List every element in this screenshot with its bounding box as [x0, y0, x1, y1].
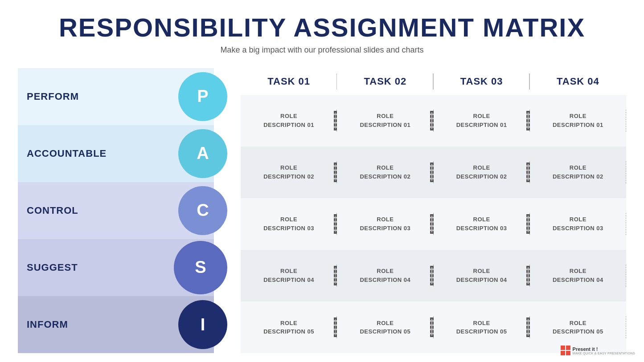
circle-wrapper-control: C — [178, 186, 227, 235]
col-header-task-1: TASK 01 — [241, 76, 337, 87]
cell-control-task4: ROLEDESCRIPTION 03 — [530, 212, 626, 236]
cell-inform-task3: ROLEDESCRIPTION 05 — [434, 315, 530, 340]
circle-wrapper-perform: P — [178, 72, 227, 121]
cell-control-task3: ROLEDESCRIPTION 03 — [434, 212, 530, 236]
page: RESPONSIBILITY ASSIGNMENT MATRIX Make a … — [0, 0, 644, 362]
col-header-task-2: TASK 02 — [337, 76, 433, 87]
cell-accountable-task4: ROLEDESCRIPTION 02 — [530, 160, 626, 184]
dashed-divider — [626, 161, 626, 183]
cell-suggest-task4: ROLEDESCRIPTION 04 — [530, 263, 626, 288]
logo-icon — [561, 346, 570, 355]
cell-inform-task1: ROLEDESCRIPTION 05 — [241, 315, 337, 340]
svg-rect-0 — [561, 346, 565, 350]
logo-text: Present it ! MAKE QUICK & EASY PRESENTAT… — [573, 346, 635, 355]
table-header: TASK 01TASK 02TASK 03TASK 04 — [241, 68, 626, 95]
row-item-suggest: SUGGESTS — [18, 239, 214, 296]
circle-inform: I — [178, 300, 227, 349]
circle-wrapper-accountable: A — [178, 129, 227, 178]
row-label-suggest: SUGGEST — [18, 262, 120, 273]
row-label-inform: INFORM — [18, 319, 120, 330]
row-item-accountable: ACCOUNTABLEA — [18, 125, 214, 182]
circle-suggest: S — [174, 241, 227, 294]
cell-inform-task4: ROLEDESCRIPTION 05 — [530, 315, 626, 340]
row-label-perform: PERFORM — [18, 91, 120, 102]
row-label-control: CONTROL — [18, 205, 120, 216]
cell-suggest-task1: ROLEDESCRIPTION 04 — [241, 263, 337, 288]
table-row-control: ROLEDESCRIPTION 03ROLEDESCRIPTION 03ROLE… — [241, 198, 626, 250]
svg-rect-3 — [566, 351, 570, 355]
cell-suggest-task3: ROLEDESCRIPTION 04 — [434, 263, 530, 288]
cell-inform-task2: ROLEDESCRIPTION 05 — [337, 315, 433, 340]
row-item-inform: INFORMI — [18, 296, 214, 353]
svg-rect-2 — [561, 351, 565, 355]
table-row-perform: ROLEDESCRIPTION 01ROLEDESCRIPTION 01ROLE… — [241, 95, 626, 146]
circle-perform: P — [178, 72, 227, 121]
row-label-accountable: ACCOUNTABLE — [18, 148, 120, 159]
logo-area: Present it ! MAKE QUICK & EASY PRESENTAT… — [561, 346, 635, 355]
circle-wrapper-suggest: S — [174, 241, 227, 294]
subtitle: Make a big impact with our professional … — [59, 45, 585, 55]
circle-wrapper-inform: I — [178, 300, 227, 349]
col-header-task-3: TASK 03 — [434, 76, 530, 87]
dashed-divider — [626, 110, 626, 132]
title-section: RESPONSIBILITY ASSIGNMENT MATRIX Make a … — [59, 13, 585, 55]
dashed-divider — [626, 213, 626, 235]
matrix-container: PERFORMPACCOUNTABLEACONTROLCSUGGESTSINFO… — [18, 68, 626, 353]
right-panel: TASK 01TASK 02TASK 03TASK 04 ROLEDESCRIP… — [241, 68, 626, 353]
dashed-divider — [626, 264, 626, 287]
cell-accountable-task1: ROLEDESCRIPTION 02 — [241, 160, 337, 184]
table-row-suggest: ROLEDESCRIPTION 04ROLEDESCRIPTION 04ROLE… — [241, 250, 626, 301]
cell-control-task2: ROLEDESCRIPTION 03 — [337, 212, 433, 236]
cell-perform-task3: ROLEDESCRIPTION 01 — [434, 108, 530, 133]
cell-suggest-task2: ROLEDESCRIPTION 04 — [337, 263, 433, 288]
main-title: RESPONSIBILITY ASSIGNMENT MATRIX — [59, 13, 585, 42]
circle-accountable: A — [178, 129, 227, 178]
circle-control: C — [178, 186, 227, 235]
cell-perform-task2: ROLEDESCRIPTION 01 — [337, 108, 433, 133]
cell-perform-task4: ROLEDESCRIPTION 01 — [530, 108, 626, 133]
left-panel: PERFORMPACCOUNTABLEACONTROLCSUGGESTSINFO… — [18, 68, 214, 353]
col-header-task-4: TASK 04 — [530, 76, 626, 87]
dashed-divider — [626, 316, 626, 338]
svg-rect-1 — [566, 346, 570, 350]
cell-control-task1: ROLEDESCRIPTION 03 — [241, 212, 337, 236]
table-row-accountable: ROLEDESCRIPTION 02ROLEDESCRIPTION 02ROLE… — [241, 146, 626, 198]
cell-perform-task1: ROLEDESCRIPTION 01 — [241, 108, 337, 133]
table-body: ROLEDESCRIPTION 01ROLEDESCRIPTION 01ROLE… — [241, 95, 626, 353]
cell-accountable-task2: ROLEDESCRIPTION 02 — [337, 160, 433, 184]
cell-accountable-task3: ROLEDESCRIPTION 02 — [434, 160, 530, 184]
row-item-perform: PERFORMP — [18, 68, 214, 125]
row-item-control: CONTROLC — [18, 182, 214, 239]
